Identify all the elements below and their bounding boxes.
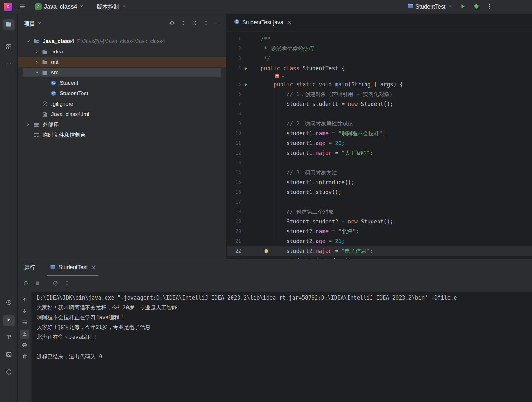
print-button[interactable]: [20, 341, 29, 350]
code-line-18[interactable]: 18 // 创建第二个对象: [227, 207, 532, 217]
console-line: 大家好！我叫啊阿狸不会拉杆，今年20岁，专业是人工智能: [37, 303, 532, 313]
line-number: 16: [227, 187, 241, 197]
line-number: 3: [227, 54, 241, 64]
debug-button[interactable]: [471, 2, 481, 12]
chevron-right-icon[interactable]: [33, 49, 41, 54]
chevron-right-icon[interactable]: [24, 122, 32, 127]
chevron-right-icon[interactable]: [33, 60, 41, 64]
tree-row[interactable]: Java_class4F:\Java教材\Java_class4\Java_cl…: [18, 36, 226, 46]
vcs-widget[interactable]: 版本控制: [94, 2, 129, 12]
code-line-16[interactable]: 16 student1.study();: [227, 187, 532, 197]
code-text: student2.introduce();: [261, 256, 354, 259]
stop-process-button[interactable]: [51, 279, 60, 288]
run-toolbar-more-button[interactable]: [63, 279, 71, 288]
rerun-button[interactable]: [21, 279, 30, 288]
project-tool-button[interactable]: [3, 19, 15, 30]
soft-wrap-button[interactable]: [20, 318, 29, 328]
tree-row[interactable]: Java_class4.iml: [18, 109, 226, 119]
scroll-to-end-button[interactable]: [20, 330, 29, 339]
run-gutter-icon[interactable]: [241, 64, 251, 73]
code-line-7[interactable]: 7 Student student1 = new Student();: [227, 99, 532, 109]
gutter-slot: [241, 217, 251, 227]
main-menu-button[interactable]: [17, 2, 27, 12]
code-text: public class StudentTest {: [261, 64, 345, 73]
gutter-slot: [241, 236, 251, 246]
structure-icon: [6, 44, 12, 51]
run-config-selector[interactable]: StudentTest: [405, 2, 455, 12]
run-tab[interactable]: StudentTest ×: [46, 259, 99, 276]
code-line-8[interactable]: 8: [227, 109, 532, 119]
expand-all-button[interactable]: [179, 19, 188, 28]
code-line-23[interactable]: 23 student2.introduce();: [227, 256, 532, 259]
gutter-slot: [241, 99, 251, 109]
code-line-4[interactable]: 4public class StudentTest {: [227, 64, 532, 73]
code-text: // 3．调用对象方法: [261, 168, 337, 178]
code-area[interactable]: 1/**2 * 测试学生类的使用3 */4public class Studen…: [227, 32, 532, 259]
code-line-3[interactable]: 3 */: [227, 54, 532, 64]
code-line-22[interactable]: 22 student2.major = "电子信息";: [227, 246, 532, 256]
project-folder-icon: [32, 39, 40, 44]
chevron-down-icon: [37, 21, 42, 27]
project-selector[interactable]: J Java_class4: [33, 2, 87, 11]
code-line-6[interactable]: 6 // 1．创建对象（声明引用 + 实例化对象）: [227, 89, 532, 99]
collapse-all-button[interactable]: [190, 19, 199, 28]
locate-file-button[interactable]: [167, 19, 176, 28]
tree-row[interactable]: 外部库: [18, 119, 226, 130]
svg-text:C: C: [52, 81, 55, 85]
code-line-21[interactable]: 21 student2.age = 21;: [227, 236, 532, 246]
chevron-down-icon[interactable]: [24, 39, 32, 44]
close-tab-icon[interactable]: ×: [287, 19, 291, 26]
terminal-tool-button[interactable]: [3, 350, 15, 361]
project-tree: Java_class4F:\Java教材\Java_class4\Java_cl…: [18, 36, 226, 140]
tree-row[interactable]: .gitignore: [18, 99, 226, 109]
clear-console-button[interactable]: [20, 352, 29, 362]
code-vision-inlay[interactable]: [227, 73, 532, 80]
gutter-slot: [241, 187, 251, 197]
services-tool-button[interactable]: [3, 297, 15, 309]
console-output[interactable]: D:\IDEA\JDK\bin\java.exe "-javaagent:D:\…: [32, 292, 532, 402]
stop-icon: [35, 280, 40, 287]
code-line-14[interactable]: 14 // 3．调用对象方法: [227, 168, 532, 178]
tree-row[interactable]: CStudentTest: [18, 88, 226, 99]
run-gutter-icon[interactable]: [241, 80, 251, 89]
code-line-12[interactable]: 12 student1.major = "人工智能";: [227, 148, 532, 158]
code-line-11[interactable]: 11 student1.age = 20;: [227, 138, 532, 148]
line-number: 17: [227, 197, 241, 207]
code-line-1[interactable]: 1/**: [227, 34, 532, 44]
structure-tool-button[interactable]: [3, 42, 15, 53]
panel-options-button[interactable]: [202, 19, 210, 28]
code-line-10[interactable]: 10 student1.name = "啊阿狸不会拉杆";: [227, 129, 532, 138]
chevron-down-icon[interactable]: [33, 70, 41, 75]
kebab-menu-icon: [203, 20, 209, 27]
run-tool-window: 运行 StudentTest × D:\IDEA\JDK\bin\java.ex…: [18, 259, 532, 402]
more-tool-windows-button[interactable]: [3, 59, 15, 70]
code-line-13[interactable]: 13: [227, 158, 532, 168]
code-line-17[interactable]: 17: [227, 197, 532, 207]
text-tool-button[interactable]: [3, 332, 15, 344]
tree-row[interactable]: out: [18, 57, 226, 67]
tree-row[interactable]: src: [18, 67, 226, 78]
code-line-9[interactable]: 9 // 2．访问对象属性并赋值: [227, 119, 532, 129]
problems-tool-button[interactable]: [3, 367, 15, 378]
titlebar-more-button[interactable]: [484, 2, 495, 12]
code-line-19[interactable]: 19 Student student2 = new Student();: [227, 217, 532, 227]
tree-row[interactable]: .idea: [18, 46, 226, 57]
project-view-selector[interactable]: 项目: [24, 20, 42, 27]
code-line-5[interactable]: 5 public static void main(String[] args)…: [227, 80, 532, 89]
code-text: Student student1 = new Student();: [261, 99, 393, 109]
editor-tab[interactable]: C StudentTest.java ×: [230, 14, 295, 31]
code-line-20[interactable]: 20 student2.name = "北海";: [227, 227, 532, 236]
tree-row[interactable]: 临时文件和控制台: [18, 130, 226, 140]
hide-panel-button[interactable]: [213, 19, 222, 28]
stop-button[interactable]: [33, 279, 42, 288]
prev-occurrence-button[interactable]: [20, 295, 29, 305]
code-line-15[interactable]: 15 student1.introduce();: [227, 178, 532, 187]
next-occurrence-button[interactable]: [20, 307, 29, 316]
tree-row[interactable]: CStudent: [18, 78, 226, 88]
close-tab-icon[interactable]: ×: [92, 265, 95, 271]
code-line-2[interactable]: 2 * 测试学生类的使用: [227, 44, 532, 54]
project-panel-title: 项目: [24, 20, 35, 27]
run-tool-button[interactable]: [3, 315, 15, 326]
run-button[interactable]: [457, 2, 468, 12]
app-logo-icon: IJ: [4, 3, 12, 11]
